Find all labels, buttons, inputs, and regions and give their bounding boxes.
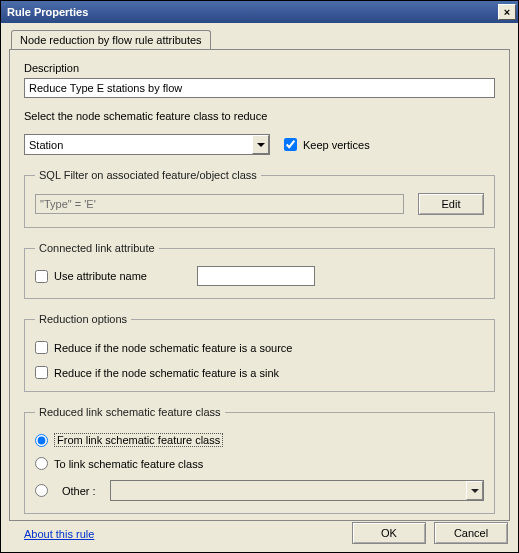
reduction-options-group: Reduction options Reduce if the node sch… <box>24 313 495 392</box>
reduce-sink-input[interactable] <box>35 366 48 379</box>
keep-vertices-checkbox[interactable]: Keep vertices <box>284 138 370 151</box>
reduce-source-input[interactable] <box>35 341 48 354</box>
reduced-link-legend: Reduced link schematic feature class <box>35 406 225 418</box>
sql-filter-group: SQL Filter on associated feature/object … <box>24 169 495 228</box>
cancel-button[interactable]: Cancel <box>434 522 508 544</box>
to-link-label: To link schematic feature class <box>54 458 203 470</box>
other-select <box>110 480 484 501</box>
other-dropdown-button <box>466 481 483 500</box>
edit-button[interactable]: Edit <box>418 193 484 215</box>
ok-button[interactable]: OK <box>352 522 426 544</box>
feature-class-label: Select the node schematic feature class … <box>24 110 495 122</box>
reduce-source-checkbox[interactable]: Reduce if the node schematic feature is … <box>35 341 292 354</box>
about-rule-link[interactable]: About this rule <box>24 528 94 540</box>
close-button[interactable]: × <box>498 4 516 20</box>
connected-link-group: Connected link attribute Use attribute n… <box>24 242 495 299</box>
reduce-sink-checkbox[interactable]: Reduce if the node schematic feature is … <box>35 366 279 379</box>
feature-class-select[interactable]: Station <box>24 134 270 155</box>
tab-node-reduction[interactable]: Node reduction by flow rule attributes <box>11 30 211 50</box>
dialog-buttons: OK Cancel <box>352 522 508 544</box>
client-area: Node reduction by flow rule attributes D… <box>1 23 518 552</box>
keep-vertices-input[interactable] <box>284 138 297 151</box>
connected-link-legend: Connected link attribute <box>35 242 159 254</box>
description-input[interactable] <box>24 78 495 98</box>
reduction-options-legend: Reduction options <box>35 313 131 325</box>
other-label: Other : <box>62 485 96 497</box>
reduced-link-group: Reduced link schematic feature class Fro… <box>24 406 495 514</box>
keep-vertices-label: Keep vertices <box>303 139 370 151</box>
title-bar: Rule Properties × <box>1 1 518 23</box>
from-link-radio[interactable] <box>35 434 48 447</box>
other-select-value <box>110 480 484 501</box>
chevron-down-icon <box>471 489 479 493</box>
to-link-radio[interactable] <box>35 457 48 470</box>
other-radio[interactable] <box>35 484 48 497</box>
reduce-source-label: Reduce if the node schematic feature is … <box>54 342 292 354</box>
feature-class-value: Station <box>24 134 270 155</box>
dropdown-button[interactable] <box>252 135 269 154</box>
use-attribute-checkbox[interactable]: Use attribute name <box>35 270 147 283</box>
window-title: Rule Properties <box>7 6 88 18</box>
tab-strip: Node reduction by flow rule attributes <box>11 29 510 49</box>
sql-filter-legend: SQL Filter on associated feature/object … <box>35 169 261 181</box>
description-label: Description <box>24 62 495 74</box>
use-attribute-input[interactable] <box>35 270 48 283</box>
reduce-sink-label: Reduce if the node schematic feature is … <box>54 367 279 379</box>
chevron-down-icon <box>257 143 265 147</box>
tab-panel: Description Select the node schematic fe… <box>9 49 510 521</box>
close-icon: × <box>504 6 510 18</box>
sql-filter-input <box>35 194 404 214</box>
from-link-label: From link schematic feature class <box>54 433 223 447</box>
use-attribute-label: Use attribute name <box>54 270 147 282</box>
attribute-name-input[interactable] <box>197 266 315 286</box>
